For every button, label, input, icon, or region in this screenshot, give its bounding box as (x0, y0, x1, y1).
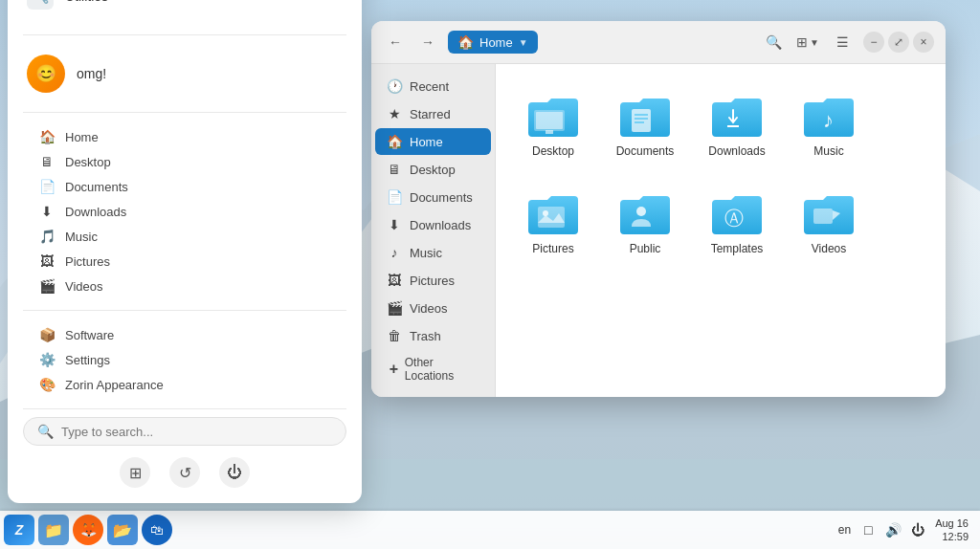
documents-place-icon: 📄 (38, 179, 56, 194)
recent-icon: 🕐 (387, 78, 402, 94)
sidebar-item-trash[interactable]: 🗑 Trash (375, 322, 491, 349)
sidebar-documents-label: Documents (410, 190, 473, 205)
sys-appearance[interactable]: 🎨 Zorin Appearance (8, 372, 362, 397)
volume-tray-icon[interactable]: 🔊 (883, 520, 902, 539)
downloads-folder-label: Downloads (708, 144, 765, 158)
folder-music[interactable]: ♪ Music (791, 83, 867, 165)
power-button[interactable]: ⏻ (219, 457, 250, 488)
tray-icons: □ 🔊 ⏻ (858, 520, 927, 539)
lang-indicator[interactable]: en (838, 523, 851, 537)
date-label: Aug 16 (935, 516, 969, 530)
screenshot-button[interactable]: ⊞ (120, 457, 150, 488)
pictures-place-icon: 🖼 (38, 253, 56, 269)
trash-sidebar-icon: 🗑 (387, 328, 402, 343)
folder-downloads[interactable]: Downloads (699, 83, 775, 165)
folder-public[interactable]: Public (607, 181, 683, 263)
templates-folder-label: Templates (711, 242, 764, 255)
desktop-sidebar-icon: 🖥 (387, 162, 402, 177)
nautilus-taskbar-icon[interactable]: 📂 (107, 515, 138, 545)
category-utilities[interactable]: 🔧 Utilities › (8, 0, 362, 15)
menu-divider-2 (23, 112, 346, 113)
place-home[interactable]: 🏠 Home (8, 124, 362, 149)
nautilus-icon: 📂 (113, 521, 132, 539)
place-music[interactable]: 🎵 Music (8, 224, 362, 249)
search-magnifier-icon: 🔍 (37, 424, 54, 439)
minimize-button[interactable]: − (863, 32, 884, 53)
search-input[interactable] (61, 425, 332, 439)
place-pictures[interactable]: 🖼 Pictures (8, 249, 362, 274)
starred-icon: ★ (387, 106, 402, 121)
svg-text:♪: ♪ (823, 108, 834, 132)
view-icon: ⊞ (796, 34, 808, 50)
view-toggle-button[interactable]: ⊞ ▼ (791, 31, 825, 54)
forward-button[interactable]: → (415, 30, 440, 55)
place-desktop[interactable]: 🖥 Desktop (8, 149, 362, 174)
sidebar-item-music[interactable]: ♪ Music (375, 239, 491, 266)
place-videos[interactable]: 🎬 Videos (8, 274, 362, 298)
documents-sidebar-icon: 📄 (387, 189, 402, 205)
folder-desktop[interactable]: Desktop (515, 83, 591, 165)
appearance-label: Zorin Appearance (65, 378, 164, 392)
menu-bottom-actions: ⊞ ↺ ⏻ (8, 453, 362, 492)
sidebar-home-label: Home (410, 135, 443, 149)
templates-folder-icon: Ⓐ (710, 188, 764, 236)
utilities-label: Utilities (65, 0, 327, 4)
sys-settings[interactable]: ⚙️ Settings (8, 347, 362, 372)
close-button[interactable]: × (913, 32, 934, 53)
files-taskbar-icon[interactable]: 📁 (38, 515, 69, 545)
datetime-display[interactable]: Aug 16 12:59 (935, 516, 969, 544)
sidebar-pictures-label: Pictures (410, 274, 455, 288)
menu-divider-1 (23, 34, 346, 35)
sys-software[interactable]: 📦 Software (8, 322, 362, 347)
folder-videos[interactable]: Videos (791, 181, 867, 263)
home-sidebar-icon: 🏠 (387, 134, 402, 149)
settings-icon: ⚙️ (38, 352, 56, 367)
videos-place-icon: 🎬 (38, 278, 56, 294)
software-label: Software (65, 328, 114, 342)
sidebar-downloads-label: Downloads (410, 218, 471, 232)
file-manager-body: 🕐 Recent ★ Starred 🏠 Home 🖥 Desktop 📄 Do… (371, 64, 946, 397)
sidebar-item-other-locations[interactable]: + Other Locations (375, 350, 491, 388)
folder-templates[interactable]: Ⓐ Templates (699, 181, 775, 263)
sidebar-desktop-label: Desktop (410, 163, 456, 177)
maximize-button[interactable]: ⤢ (888, 32, 909, 53)
videos-folder-icon (802, 188, 856, 236)
time-label: 12:59 (935, 530, 969, 543)
network-tray-icon[interactable]: □ (858, 520, 878, 539)
firefox-taskbar-icon[interactable]: 🦊 (73, 515, 103, 545)
utilities-icon: 🔧 (27, 0, 54, 10)
sidebar-item-home[interactable]: 🏠 Home (375, 128, 491, 155)
zorin-menu-button[interactable]: Z (4, 515, 34, 545)
svg-rect-22 (813, 209, 833, 224)
sidebar-item-videos[interactable]: 🎬 Videos (375, 295, 491, 321)
fm-content-area: Desktop (496, 64, 946, 397)
pictures-sidebar-icon: 🖼 (387, 273, 402, 288)
search-button[interactable]: 🔍 (760, 29, 787, 55)
sidebar-item-starred[interactable]: ★ Starred (375, 100, 491, 127)
place-documents[interactable]: 📄 Documents (8, 174, 362, 199)
desktop-place-icon: 🖥 (38, 154, 56, 169)
videos-place-label: Videos (65, 279, 103, 294)
refresh-button[interactable]: ↺ (169, 457, 200, 488)
place-downloads[interactable]: ⬇ Downloads (8, 199, 362, 224)
power-tray-icon[interactable]: ⏻ (908, 520, 927, 539)
sidebar-item-desktop[interactable]: 🖥 Desktop (375, 156, 491, 183)
sidebar-item-downloads[interactable]: ⬇ Downloads (375, 211, 491, 238)
appearance-icon: 🎨 (38, 377, 56, 392)
location-bar[interactable]: 🏠 Home ▼ (448, 31, 538, 54)
app-search-bar[interactable]: 🔍 (23, 417, 346, 446)
user-avatar: 😊 (27, 55, 65, 93)
folder-documents[interactable]: Documents (607, 83, 683, 165)
sidebar-item-documents[interactable]: 📄 Documents (375, 184, 491, 210)
sidebar-other-locations-label: Other Locations (405, 356, 479, 383)
menu-button[interactable]: ☰ (829, 29, 856, 55)
store-taskbar-icon[interactable]: 🛍 (142, 515, 172, 545)
folder-pictures[interactable]: Pictures (515, 181, 591, 263)
music-place-label: Music (65, 230, 98, 244)
sidebar-music-label: Music (410, 246, 442, 260)
pictures-place-label: Pictures (65, 254, 110, 269)
sidebar-item-recent[interactable]: 🕐 Recent (375, 73, 491, 99)
sidebar-item-pictures[interactable]: 🖼 Pictures (375, 267, 491, 294)
software-icon: 📦 (38, 327, 56, 342)
back-button[interactable]: ← (383, 30, 408, 55)
